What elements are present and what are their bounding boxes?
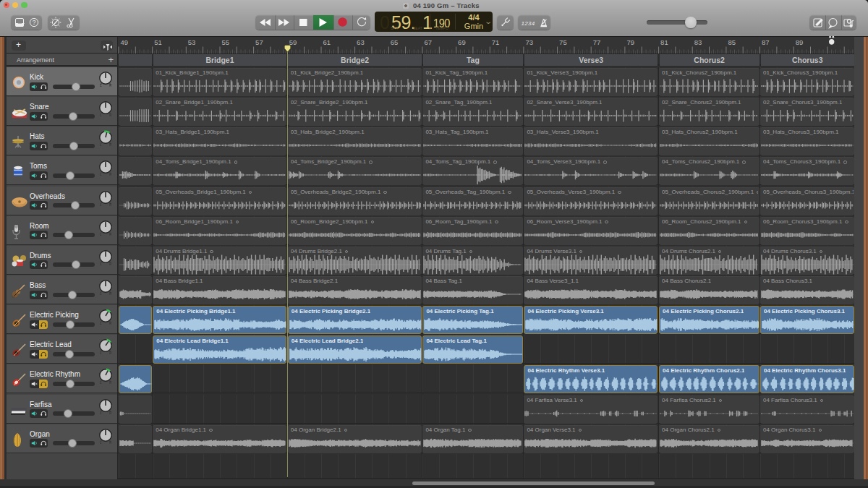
svg-text:R: R — [109, 411, 112, 414]
svg-text:R: R — [109, 292, 112, 296]
svg-text:R: R — [109, 202, 112, 206]
svg-text:1234: 1234 — [522, 20, 535, 26]
svg-text:R: R — [109, 381, 112, 385]
svg-text:R: R — [109, 440, 112, 444]
svg-text:?: ? — [33, 19, 36, 26]
svg-text:R: R — [109, 173, 112, 176]
svg-text:R: R — [109, 84, 112, 87]
svg-text:R: R — [109, 262, 112, 265]
svg-text:R: R — [109, 232, 112, 236]
svg-text:R: R — [109, 143, 112, 147]
svg-text:R: R — [109, 114, 112, 117]
svg-text:R: R — [109, 351, 112, 355]
svg-text:R: R — [109, 322, 112, 325]
